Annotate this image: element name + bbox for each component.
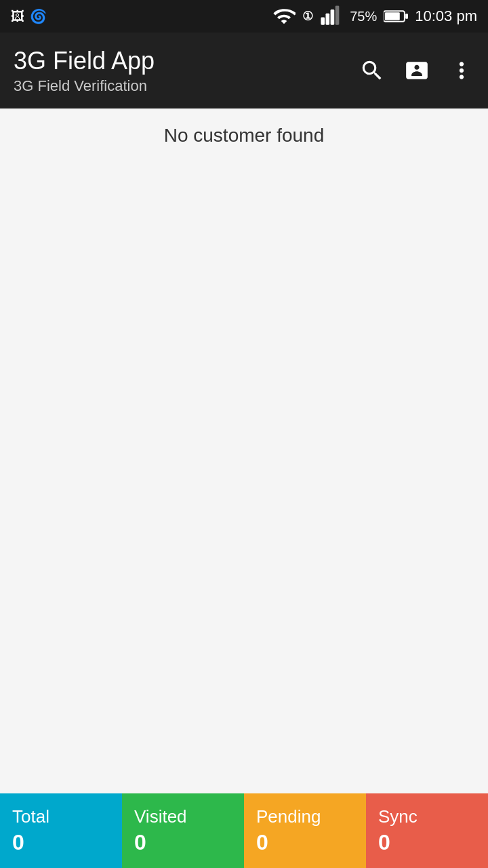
status-bar: 🖼 🌀 ① 75% 10:03 pm [0,0,488,33]
wifi-icon [272,5,296,28]
total-label: Total [12,806,49,827]
sim-indicator: ① [302,9,313,24]
svg-rect-2 [331,9,335,25]
stat-sync: Sync 0 [366,793,488,868]
main-content: No customer found [0,108,488,793]
svg-rect-3 [336,5,340,24]
signal-icon [320,5,343,28]
battery-icon [384,9,408,24]
svg-rect-1 [326,14,330,25]
search-icon [359,58,385,83]
pending-value: 0 [256,830,268,855]
pending-label: Pending [256,806,321,827]
visited-label: Visited [134,806,187,827]
visited-value: 0 [134,830,146,855]
status-bar-left: 🖼 🌀 [11,8,47,24]
more-options-button[interactable] [449,58,474,83]
battery-percentage: 75% [350,9,377,24]
stat-visited: Visited 0 [122,793,244,868]
profile-button[interactable] [404,58,430,83]
empty-state-message: No customer found [164,125,325,146]
app-main-title: 3G Field App [14,46,359,75]
stat-total: Total 0 [0,793,122,868]
svg-rect-0 [321,17,325,24]
stat-pending: Pending 0 [244,793,366,868]
bottom-bar: Total 0 Visited 0 Pending 0 Sync 0 [0,793,488,868]
profile-icon [404,58,430,83]
sync-value: 0 [378,830,390,855]
app-bar-actions [359,58,474,83]
svg-rect-5 [405,14,408,19]
sync-label: Sync [378,806,418,827]
browser-icon: 🌀 [30,8,47,24]
status-time: 10:03 pm [415,7,477,25]
gallery-icon: 🖼 [11,9,24,24]
status-bar-right: ① 75% 10:03 pm [272,5,477,28]
svg-rect-6 [385,12,400,20]
app-sub-title: 3G Field Verification [14,77,359,95]
search-button[interactable] [359,58,385,83]
app-title-section: 3G Field App 3G Field Verification [14,46,359,94]
more-options-icon [449,58,474,83]
app-bar: 3G Field App 3G Field Verification [0,33,488,108]
total-value: 0 [12,830,24,855]
